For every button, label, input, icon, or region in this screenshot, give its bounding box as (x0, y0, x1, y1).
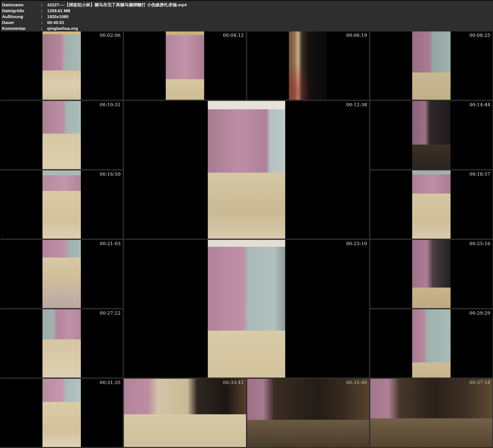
thumbnail-timestamp: 00:31:35 (100, 380, 121, 385)
thumbnail-image (43, 170, 81, 239)
thumbnail-image (208, 240, 285, 378)
file-size-value: 1258.61 MB (47, 8, 70, 13)
thumbnail-image (43, 101, 81, 169)
field-label: Auflösung (2, 14, 41, 20)
thumbnail-image (412, 240, 450, 308)
thumbnail-timestamp: 00:04:12 (223, 33, 244, 38)
duration-row: Dauer:00:40:01 (2, 20, 493, 25)
thumbnail-grid: 00:02:06 00:04:12 00:06:19 00:08:25 00:1… (0, 32, 493, 448)
thumbnail-contact-sheet: { "header": { "separator": ":", "fields"… (0, 0, 493, 448)
video-thumbnail: 00:33:41 (124, 379, 246, 447)
video-thumbnail-large: 00:23:10 (124, 240, 369, 378)
thumbnail-timestamp: 00:29:29 (470, 311, 490, 316)
thumbnail-image (247, 379, 369, 447)
field-label: Dateigröße (2, 8, 41, 14)
video-thumbnail-large: 00:12:38 (124, 101, 369, 239)
thumbnail-image (43, 309, 81, 378)
thumbnail-timestamp: 00:27:22 (100, 311, 121, 316)
thumbnail-image (208, 101, 285, 239)
thumbnail-timestamp: 00:08:25 (470, 33, 490, 38)
thumbnail-image (412, 32, 450, 100)
thumbnail-timestamp: 00:14:44 (470, 102, 490, 107)
thumbnail-image (124, 379, 246, 447)
video-thumbnail: 00:27:22 (0, 309, 123, 378)
resolution-value: 1920x1080 (47, 14, 68, 19)
comment-row: Kommentar:qinglanhua.org (2, 25, 493, 31)
thumbnail-timestamp: 00:16:50 (100, 172, 121, 177)
thumbnail-timestamp: 00:10:31 (100, 102, 121, 107)
thumbnail-image (43, 240, 81, 308)
thumbnail-timestamp: 00:33:41 (223, 380, 244, 385)
field-label: Kommentar (2, 25, 41, 31)
thumbnail-image (289, 32, 327, 100)
video-thumbnail: 00:08:25 (370, 32, 493, 100)
file-size-row: Dateigröße:1258.61 MB (2, 8, 493, 14)
thumbnail-timestamp: 00:06:19 (346, 33, 367, 38)
thumbnail-image (412, 170, 450, 239)
video-thumbnail: 00:18:57 (370, 170, 493, 239)
video-thumbnail: 00:16:50 (0, 170, 123, 239)
video-thumbnail: 00:06:19 (247, 32, 369, 100)
duration-value: 00:40:01 (47, 20, 64, 25)
video-thumbnail: 00:02:06 (0, 32, 123, 100)
field-separator: : (41, 2, 47, 8)
thumbnail-timestamp: 00:23:10 (346, 241, 367, 246)
file-name-row: Dateiname:42227----【绑架犯小林】驷马吊完了再驷马捆绑鞭打 小… (2, 2, 493, 8)
video-thumbnail: 00:29:29 (370, 309, 493, 378)
thumbnail-timestamp: 00:37:54 (470, 380, 490, 385)
comment-value: qinglanhua.org (47, 26, 78, 31)
thumbnail-timestamp: 00:12:38 (346, 102, 367, 107)
video-thumbnail: 00:04:12 (124, 32, 246, 100)
video-thumbnail: 00:10:31 (0, 101, 123, 169)
thumbnail-image (166, 32, 204, 100)
video-thumbnail: 00:31:35 (0, 379, 123, 447)
resolution-row: Auflösung:1920x1080 (2, 14, 493, 20)
field-separator: : (41, 20, 47, 25)
field-separator: : (41, 25, 47, 31)
thumbnail-image (43, 32, 81, 100)
thumbnail-image (412, 309, 450, 378)
video-thumbnail: 00:14:44 (370, 101, 493, 169)
thumbnail-image (412, 101, 450, 169)
field-separator: : (41, 8, 47, 14)
video-thumbnail: 00:35:48 (247, 379, 369, 447)
thumbnail-image (43, 379, 81, 447)
file-info-header: Dateiname:42227----【绑架犯小林】驷马吊完了再驷马捆绑鞭打 小… (0, 0, 493, 32)
field-label: Dateiname (2, 2, 41, 8)
thumbnail-timestamp: 00:25:16 (470, 241, 490, 246)
video-thumbnail: 00:21:03 (0, 240, 123, 308)
thumbnail-timestamp: 00:18:57 (470, 172, 490, 177)
file-name-value: 42227----【绑架犯小林】驷马吊完了再驷马捆绑鞭打 小伪娘挣扎求饶.mp4 (47, 2, 187, 7)
field-label: Dauer (2, 20, 41, 25)
thumbnail-timestamp: 00:21:03 (100, 241, 121, 246)
video-thumbnail: 00:25:16 (370, 240, 493, 308)
field-separator: : (41, 14, 47, 20)
thumbnail-timestamp: 00:02:06 (100, 33, 121, 38)
thumbnail-timestamp: 00:35:48 (346, 380, 367, 385)
video-thumbnail: 00:37:54 (370, 379, 493, 447)
thumbnail-image (370, 379, 493, 447)
